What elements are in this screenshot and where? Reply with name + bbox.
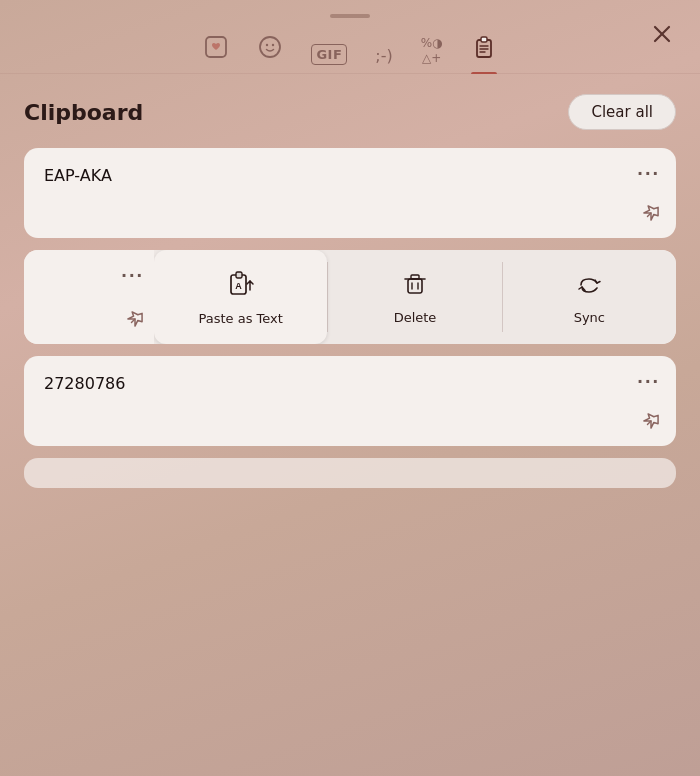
paste-as-text-icon: A: [226, 268, 256, 303]
tab-gif[interactable]: GIF: [311, 44, 347, 73]
clear-all-button[interactable]: Clear all: [568, 94, 676, 130]
sticker-icon: [203, 34, 229, 65]
svg-point-3: [260, 37, 280, 57]
svg-rect-14: [236, 272, 242, 278]
card-2-more-button[interactable]: ···: [121, 264, 144, 287]
paste-as-text-label: Paste as Text: [198, 311, 282, 326]
clipboard-card-4-partial: [24, 458, 676, 488]
svg-point-5: [272, 44, 274, 46]
clipboard-card-3: 27280786 ···: [24, 356, 676, 446]
tab-emoji[interactable]: [257, 34, 283, 73]
tab-clipboard[interactable]: [471, 34, 497, 73]
close-button[interactable]: [644, 16, 680, 52]
drag-bar: [330, 14, 370, 18]
sync-button[interactable]: Sync: [503, 250, 676, 344]
kaomoji-icon: ;-): [375, 46, 392, 65]
card-1-text: EAP-AKA: [44, 166, 112, 185]
card-2-left: ···: [24, 250, 154, 344]
card-3-pin-icon: [637, 407, 665, 435]
svg-text:A: A: [235, 281, 242, 291]
card-1-more-button[interactable]: ···: [637, 162, 660, 185]
svg-rect-7: [481, 37, 487, 42]
card-3-text: 27280786: [44, 374, 125, 393]
svg-rect-17: [408, 279, 422, 293]
paste-as-text-button[interactable]: A Paste as Text: [154, 250, 327, 344]
sync-label: Sync: [574, 310, 605, 325]
symbols-icon: %◑△+: [421, 36, 443, 65]
clipboard-icon: [471, 34, 497, 65]
clipboard-header: Clipboard Clear all: [24, 94, 676, 130]
clipboard-card-1: EAP-AKA ···: [24, 148, 676, 238]
tab-symbols[interactable]: %◑△+: [421, 36, 443, 73]
card-3-more-button[interactable]: ···: [637, 370, 660, 393]
svg-point-4: [266, 44, 268, 46]
tab-bar: GIF ;-) %◑△+: [0, 26, 700, 74]
card-2-context-menu: A Paste as Text Delete Sync: [154, 250, 676, 344]
delete-button[interactable]: Delete: [328, 250, 501, 344]
delete-icon: [401, 269, 429, 302]
drag-handle: [0, 0, 700, 26]
tab-sticker[interactable]: [203, 34, 229, 73]
card-2-pin-icon: [121, 305, 149, 333]
clipboard-card-2-expanded: ··· A Paste as Text: [24, 250, 676, 344]
emoji-icon: [257, 34, 283, 65]
card-1-pin-icon: [637, 199, 665, 227]
sync-icon: [575, 269, 603, 302]
delete-label: Delete: [394, 310, 437, 325]
main-area: Clipboard Clear all EAP-AKA ··· ···: [0, 74, 700, 508]
clipboard-title: Clipboard: [24, 100, 143, 125]
svg-rect-19: [411, 275, 419, 279]
tab-kaomoji[interactable]: ;-): [375, 46, 392, 73]
gif-icon: GIF: [311, 44, 347, 65]
